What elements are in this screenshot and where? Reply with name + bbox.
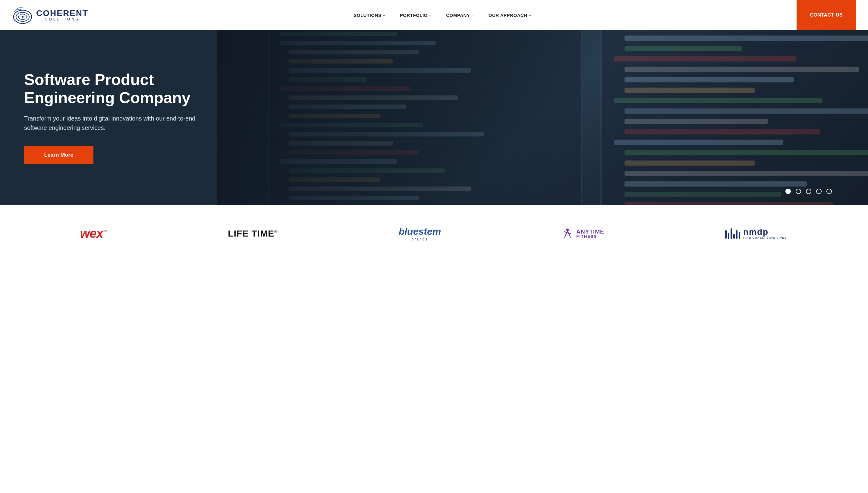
nav-solutions[interactable]: SOLUTIONS ⌄ (346, 0, 393, 30)
svg-line-66 (569, 235, 570, 238)
logo[interactable]: COHERENT SOLUTIONS (12, 5, 88, 25)
logo-icon (12, 5, 33, 25)
client-logo-nmdp: nmdp FIND CURES. SAVE LIVES. (725, 223, 788, 244)
carousel-dot-5[interactable] (826, 189, 832, 194)
carousel-dot-4[interactable] (816, 189, 822, 194)
hero-section: Software Product Engineering Company Tra… (0, 30, 868, 205)
logo-text: COHERENT SOLUTIONS (36, 9, 88, 21)
chevron-down-icon: ⌄ (383, 13, 386, 17)
hero-title: Software Product Engineering Company (24, 71, 235, 107)
anytime-fitness-icon (562, 228, 573, 239)
nav-portfolio[interactable]: PORTFOLIO ⌄ (393, 0, 439, 30)
chevron-down-icon: ⌄ (471, 13, 474, 17)
logo-sub: SOLUTIONS (36, 18, 88, 21)
svg-point-60 (566, 229, 569, 231)
client-logo-lifetime: LIFE TIME® (228, 223, 278, 244)
learn-more-button[interactable]: Learn More (24, 146, 93, 164)
carousel-dot-2[interactable] (796, 189, 801, 194)
logo-brand: COHERENT (36, 9, 88, 18)
nav-our-approach[interactable]: OUR APPROACH ⌄ (481, 0, 539, 30)
svg-point-4 (22, 16, 23, 18)
client-logo-anytime-fitness: ANYTIME FITNESS (562, 223, 604, 244)
svg-line-64 (567, 233, 570, 234)
client-logo-bluestem: bluestem brands (399, 223, 441, 244)
hero-content: Software Product Engineering Company Tra… (0, 30, 477, 205)
nav-company[interactable]: COMPANY ⌄ (439, 0, 481, 30)
carousel-dots (785, 189, 832, 194)
contact-us-button[interactable]: CONTACT US (797, 0, 856, 30)
main-nav: SOLUTIONS ⌄ PORTFOLIO ⌄ COMPANY ⌄ OUR AP… (346, 0, 539, 30)
site-header: COHERENT SOLUTIONS SOLUTIONS ⌄ PORTFOLIO… (0, 0, 868, 30)
chevron-down-icon: ⌄ (529, 13, 531, 17)
carousel-dot-1[interactable] (785, 189, 791, 194)
chevron-down-icon: ⌄ (429, 13, 432, 17)
hero-subtitle: Transform your ideas into digital innova… (24, 114, 199, 133)
svg-line-65 (565, 235, 566, 238)
client-logo-wex: wex™ (80, 223, 107, 244)
clients-section: wex™ LIFE TIME® bluestem brands (0, 205, 868, 262)
carousel-dot-3[interactable] (806, 189, 811, 194)
